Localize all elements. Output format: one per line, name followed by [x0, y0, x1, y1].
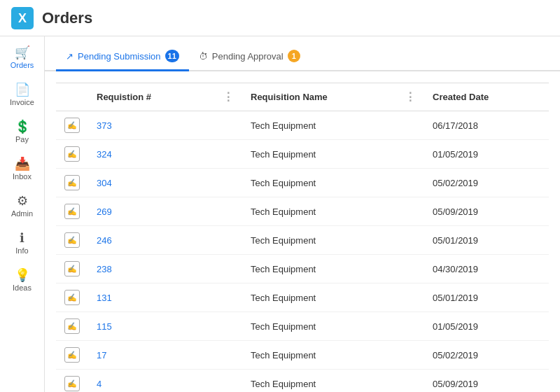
table-row: ✍ 269 Tech Equipment 05/09/2019 — [56, 197, 549, 226]
row-icon-cell: ✍ — [56, 197, 88, 226]
requisition-number[interactable]: 269 — [88, 197, 242, 226]
requisition-name: Tech Equipment — [242, 197, 424, 226]
sidebar-label-ideas: Ideas — [13, 284, 31, 292]
tab-badge-pending-submission: 11 — [165, 50, 179, 62]
requisition-name: Tech Equipment — [242, 255, 424, 284]
content-area: ↗ Pending Submission 11 ⏱ Pending Approv… — [45, 36, 560, 392]
row-open-icon[interactable]: ✍ — [64, 175, 80, 190]
sidebar-item-ideas[interactable]: 💡 Ideas — [0, 262, 44, 299]
requisition-number[interactable]: 246 — [88, 226, 242, 255]
sidebar-label-info: Info — [15, 246, 28, 255]
table-row: ✍ 304 Tech Equipment 05/02/2019 — [56, 169, 549, 197]
tabs-bar: ↗ Pending Submission 11 ⏱ Pending Approv… — [45, 36, 560, 71]
tab-label-pending-submission: Pending Submission — [78, 51, 161, 62]
row-icon-cell: ✍ — [56, 370, 88, 393]
table-row: ✍ 238 Tech Equipment 04/30/2019 — [56, 255, 549, 284]
col-requisition-header: Requistion # ⋮ — [88, 83, 242, 111]
sidebar-label-pay: Pay — [15, 135, 29, 144]
sidebar-label-orders: Orders — [10, 61, 34, 69]
sidebar: 🛒 Orders 📄 Invoice 💲 Pay 📥 Inbox ⚙ Admin… — [0, 36, 45, 392]
row-open-icon[interactable]: ✍ — [64, 376, 80, 391]
table-container: Requistion # ⋮ Requisition Name ⋮ — [45, 71, 560, 392]
tab-pending-submission[interactable]: ↗ Pending Submission 11 — [56, 43, 189, 71]
main-layout: 🛒 Orders 📄 Invoice 💲 Pay 📥 Inbox ⚙ Admin… — [0, 36, 560, 392]
row-icon-cell: ✍ — [56, 312, 88, 341]
created-date: 06/17/2018 — [424, 111, 549, 140]
requisition-name: Tech Equipment — [242, 341, 424, 370]
requisition-name: Tech Equipment — [242, 370, 424, 393]
page-title: Orders — [42, 9, 92, 27]
requisition-number[interactable]: 115 — [88, 312, 242, 341]
requisition-number[interactable]: 131 — [88, 284, 242, 312]
sidebar-item-pay[interactable]: 💲 Pay — [0, 113, 44, 150]
top-header: X Orders — [0, 0, 560, 36]
requisition-name: Tech Equipment — [242, 312, 424, 341]
requisition-number[interactable]: 373 — [88, 111, 242, 140]
sidebar-item-orders[interactable]: 🛒 Orders — [0, 39, 44, 76]
sidebar-label-admin: Admin — [11, 209, 33, 218]
created-date: 05/09/2019 — [424, 370, 549, 393]
table-row: ✍ 4 Tech Equipment 05/09/2019 — [56, 370, 549, 393]
row-icon-cell: ✍ — [56, 226, 88, 255]
created-date: 05/02/2019 — [424, 341, 549, 370]
inbox-icon: 📥 — [15, 158, 30, 170]
requisition-number[interactable]: 238 — [88, 255, 242, 284]
row-icon-cell: ✍ — [56, 284, 88, 312]
row-icon-cell: ✍ — [56, 255, 88, 284]
requisition-number[interactable]: 4 — [88, 370, 242, 393]
created-date: 05/09/2019 — [424, 197, 549, 226]
row-open-icon[interactable]: ✍ — [64, 146, 80, 162]
sidebar-item-info[interactable]: ℹ Info — [0, 225, 44, 262]
invoice-icon: 📄 — [15, 83, 30, 96]
table-row: ✍ 373 Tech Equipment 06/17/2018 — [56, 111, 549, 140]
created-date: 01/05/2019 — [424, 140, 549, 169]
info-icon: ℹ — [20, 232, 24, 244]
table-row: ✍ 324 Tech Equipment 01/05/2019 — [56, 140, 549, 169]
row-icon-cell: ✍ — [56, 140, 88, 169]
requisition-name: Tech Equipment — [242, 111, 424, 140]
row-open-icon[interactable]: ✍ — [64, 204, 80, 219]
ideas-icon: 💡 — [15, 269, 30, 281]
requisition-name: Tech Equipment — [242, 284, 424, 312]
created-date: 05/01/2019 — [424, 226, 549, 255]
row-open-icon[interactable]: ✍ — [64, 118, 80, 133]
col-date-header: Created Date — [424, 83, 549, 111]
row-open-icon[interactable]: ✍ — [64, 318, 80, 334]
sidebar-label-invoice: Invoice — [10, 98, 34, 106]
admin-icon: ⚙ — [17, 195, 28, 207]
row-icon-cell: ✍ — [56, 111, 88, 140]
orders-table: Requistion # ⋮ Requisition Name ⋮ — [56, 83, 549, 392]
svg-text:X: X — [18, 11, 27, 25]
row-icon-cell: ✍ — [56, 169, 88, 197]
created-date: 05/02/2019 — [424, 169, 549, 197]
app-logo-icon: X — [11, 7, 34, 29]
sidebar-item-admin[interactable]: ⚙ Admin — [0, 188, 44, 225]
requisition-name: Tech Equipment — [242, 140, 424, 169]
tab-icon-pending-approval: ⏱ — [199, 51, 208, 62]
row-open-icon[interactable]: ✍ — [64, 290, 80, 305]
requisition-name: Tech Equipment — [242, 226, 424, 255]
row-open-icon[interactable]: ✍ — [64, 261, 80, 276]
tab-pending-approval[interactable]: ⏱ Pending Approval 1 — [189, 43, 310, 71]
created-date: 04/30/2019 — [424, 255, 549, 284]
row-icon-cell: ✍ — [56, 341, 88, 370]
requisition-number[interactable]: 324 — [88, 140, 242, 169]
created-date: 05/01/2019 — [424, 284, 549, 312]
row-open-icon[interactable]: ✍ — [64, 232, 80, 248]
requisition-col-menu[interactable]: ⋮ — [223, 90, 234, 104]
table-row: ✍ 246 Tech Equipment 05/01/2019 — [56, 226, 549, 255]
requisition-number[interactable]: 304 — [88, 169, 242, 197]
name-col-menu[interactable]: ⋮ — [405, 90, 416, 104]
requisition-number[interactable]: 17 — [88, 341, 242, 370]
sidebar-label-inbox: Inbox — [13, 172, 31, 181]
col-name-header: Requisition Name ⋮ — [242, 83, 424, 111]
sidebar-item-invoice[interactable]: 📄 Invoice — [0, 76, 44, 113]
col-checkbox-header — [56, 83, 88, 111]
tab-icon-pending-submission: ↗ — [66, 51, 74, 62]
row-open-icon[interactable]: ✍ — [64, 347, 80, 363]
sidebar-item-inbox[interactable]: 📥 Inbox — [0, 150, 44, 188]
tab-badge-pending-approval: 1 — [288, 50, 300, 62]
requisition-name: Tech Equipment — [242, 169, 424, 197]
pay-icon: 💲 — [15, 120, 30, 133]
table-header-row: Requistion # ⋮ Requisition Name ⋮ — [56, 83, 549, 111]
